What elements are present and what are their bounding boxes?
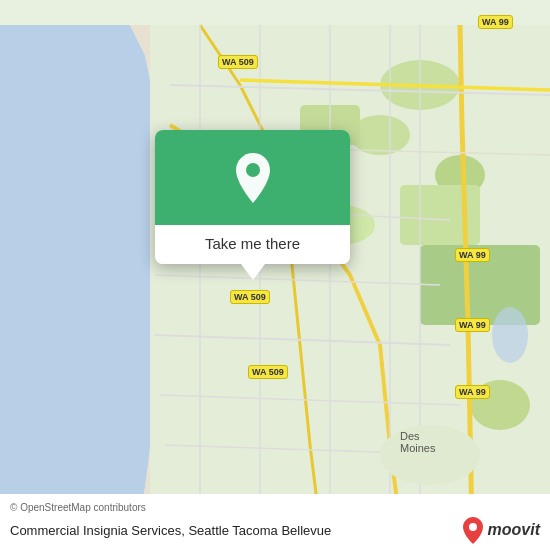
location-row: Commercial Insignia Services, Seattle Ta… xyxy=(10,516,540,544)
route-badge-wa99-right2: WA 99 xyxy=(455,318,490,332)
svg-point-11 xyxy=(492,307,528,363)
moovit-wordmark: moovit xyxy=(488,521,540,539)
route-badge-wa509-lower: WA 509 xyxy=(230,290,270,304)
route-badge-wa99-right1: WA 99 xyxy=(455,248,490,262)
moovit-pin-icon xyxy=(462,516,484,544)
route-badge-wa509-mid: WA 509 xyxy=(218,55,258,69)
route-badge-wa99-top: WA 99 xyxy=(478,15,513,29)
moovit-logo: moovit xyxy=(462,516,540,544)
location-pin-icon xyxy=(231,151,275,205)
route-badge-wa509-bottom: WA 509 xyxy=(248,365,288,379)
map-container: WA 99 WA 509 WA 99 WA 99 WA 509 WA 509 W… xyxy=(0,0,550,550)
take-me-there-button[interactable]: Take me there xyxy=(155,225,350,264)
copyright-text: © OpenStreetMap contributors xyxy=(10,502,540,513)
svg-rect-6 xyxy=(400,185,480,245)
popup-tail xyxy=(241,264,265,280)
route-badge-wa99-bottom: WA 99 xyxy=(455,385,490,399)
svg-point-13 xyxy=(469,523,477,531)
bottom-bar: © OpenStreetMap contributors Commercial … xyxy=(0,494,550,550)
popup-card: Take me there xyxy=(155,130,350,264)
des-moines-label: DesMoines xyxy=(400,430,435,454)
svg-point-12 xyxy=(246,163,260,177)
popup-header xyxy=(155,130,350,225)
location-text: Commercial Insignia Services, Seattle Ta… xyxy=(10,523,462,538)
map-background xyxy=(0,0,550,550)
